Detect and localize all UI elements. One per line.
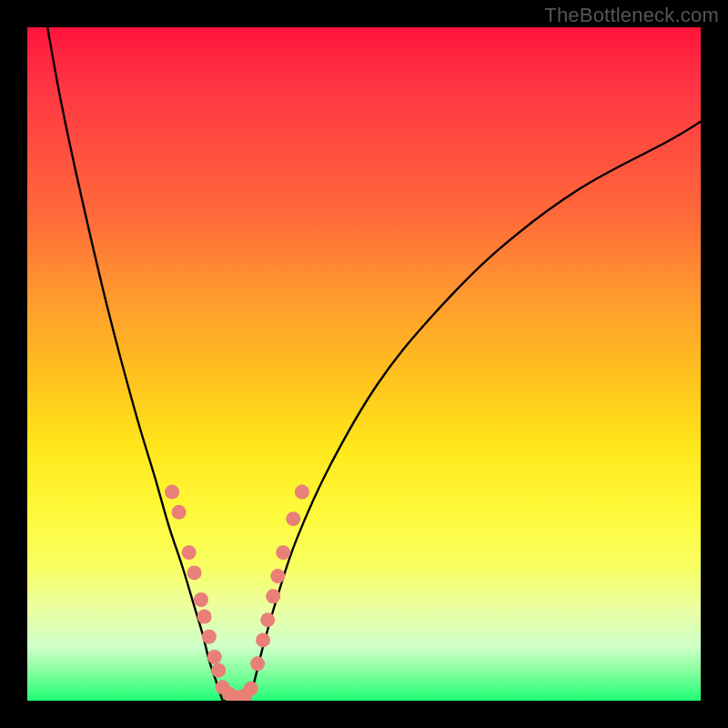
marker-dot xyxy=(286,511,300,526)
marker-dot xyxy=(194,592,208,607)
marker-dot xyxy=(295,485,309,500)
marker-dot xyxy=(260,612,275,627)
marker-dot xyxy=(244,682,258,696)
marker-dot xyxy=(172,505,187,520)
marker-dot xyxy=(276,545,290,560)
watermark-text: TheBottleneck.com xyxy=(544,4,719,27)
chart-frame xyxy=(27,27,701,701)
marker-dot xyxy=(250,656,265,671)
marker-dot xyxy=(202,630,217,644)
marker-dot xyxy=(270,569,285,583)
marker-dot xyxy=(165,485,179,500)
chart-svg xyxy=(27,27,701,701)
marker-dot xyxy=(266,589,280,603)
curve-right-curve xyxy=(249,122,701,701)
marker-dot xyxy=(197,610,212,624)
marker-dot xyxy=(207,650,222,664)
marker-dot xyxy=(182,545,197,560)
marker-dot xyxy=(187,565,202,580)
marker-dot xyxy=(256,632,270,647)
curves-group xyxy=(47,27,701,701)
scatter-group xyxy=(165,485,309,701)
marker-dot xyxy=(211,663,226,678)
